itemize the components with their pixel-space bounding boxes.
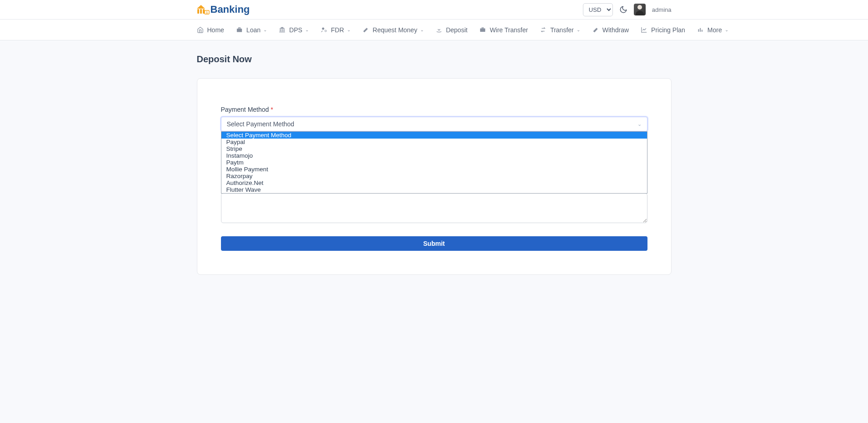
nav-pricing-plan[interactable]: Pricing Plan — [641, 26, 685, 34]
nav-label: FDR — [331, 26, 344, 34]
dropdown-option[interactable]: Authorize.Net — [221, 179, 647, 186]
page-title: Deposit Now — [197, 54, 672, 65]
nav-label: Home — [207, 26, 224, 34]
nav-label: DPS — [289, 26, 302, 34]
user-gear-icon — [321, 26, 327, 33]
dropdown-option[interactable]: Stripe — [221, 145, 647, 152]
svg-rect-0 — [197, 9, 199, 14]
currency-select[interactable]: USD — [583, 3, 613, 16]
pen-icon — [362, 26, 369, 33]
svg-rect-1 — [200, 9, 202, 14]
nav-deposit[interactable]: Deposit — [436, 26, 467, 34]
brand-name: Banking — [211, 4, 250, 15]
svg-point-13 — [322, 28, 324, 30]
bank-building-icon: $ — [197, 4, 210, 15]
nav-label: Deposit — [446, 26, 467, 34]
chevron-down-icon: ⌄ — [725, 27, 728, 32]
svg-rect-9 — [280, 29, 281, 32]
chevron-down-icon: ⌄ — [347, 27, 351, 32]
nav-more[interactable]: More ⌄ — [697, 26, 728, 34]
chevron-down-icon: ⌄ — [637, 121, 642, 127]
username-label: admina — [652, 6, 672, 13]
svg-text:$: $ — [206, 11, 208, 14]
svg-rect-16 — [482, 28, 484, 29]
nav-dps[interactable]: DPS ⌄ — [279, 26, 309, 34]
nav-home[interactable]: Home — [197, 26, 224, 34]
deposit-card: Payment Method * Select Payment Method ⌄… — [197, 78, 672, 275]
details-textarea[interactable] — [221, 193, 647, 223]
chevron-down-icon: ⌄ — [305, 27, 309, 32]
svg-rect-7 — [238, 28, 240, 29]
svg-rect-18 — [700, 28, 701, 32]
svg-rect-6 — [237, 29, 242, 32]
svg-rect-19 — [702, 30, 702, 32]
dropdown-option[interactable]: Select Payment Method — [221, 132, 647, 139]
nav-label: Loan — [246, 26, 261, 34]
withdraw-icon — [592, 26, 599, 33]
dropdown-option[interactable]: Paytm — [221, 159, 647, 166]
svg-rect-12 — [279, 32, 285, 32]
selected-value: Select Payment Method — [227, 120, 295, 128]
nav-loan[interactable]: Loan ⌄ — [236, 26, 267, 34]
deposit-icon — [436, 26, 442, 33]
svg-rect-11 — [284, 29, 285, 32]
nav-transfer[interactable]: Transfer ⌄ — [540, 26, 580, 34]
nav-label: Request Money — [373, 26, 417, 34]
dropdown-option[interactable]: Mollie Payment — [221, 166, 647, 173]
chevron-down-icon: ⌄ — [420, 27, 424, 32]
bank-icon — [279, 26, 286, 33]
nav-wire-transfer[interactable]: Wire Transfer — [479, 26, 528, 34]
home-icon — [197, 26, 204, 33]
top-header: $ Banking USD admina — [0, 0, 868, 20]
theme-toggle-icon[interactable] — [619, 5, 627, 14]
wire-icon — [479, 26, 486, 33]
nav-label: Transfer — [550, 26, 574, 34]
nav-label: Withdraw — [602, 26, 629, 34]
nav-withdraw[interactable]: Withdraw — [592, 26, 629, 34]
main-nav: Home Loan ⌄ DPS ⌄ FDR ⌄ Re — [0, 20, 868, 40]
nav-label: More — [707, 26, 722, 34]
avatar[interactable] — [634, 4, 646, 15]
briefcase-icon — [236, 26, 243, 33]
svg-rect-10 — [282, 29, 283, 32]
nav-label: Wire Transfer — [490, 26, 528, 34]
swap-icon — [540, 26, 547, 33]
chevron-down-icon: ⌄ — [263, 27, 267, 32]
dropdown-option[interactable]: Paypal — [221, 139, 647, 145]
dropdown-option[interactable]: Razorpay — [221, 173, 647, 179]
bars-icon — [697, 26, 704, 33]
chart-icon — [641, 26, 647, 33]
payment-method-select[interactable]: Select Payment Method ⌄ — [221, 117, 647, 131]
nav-fdr[interactable]: FDR ⌄ — [321, 26, 351, 34]
nav-label: Pricing Plan — [651, 26, 685, 34]
svg-point-14 — [325, 30, 326, 32]
svg-marker-8 — [279, 27, 285, 29]
dropdown-option[interactable]: Instamojo — [221, 152, 647, 159]
payment-method-label: Payment Method * — [221, 106, 647, 113]
submit-button[interactable]: Submit — [221, 236, 647, 251]
payment-method-dropdown: Select Payment Method Paypal Stripe Inst… — [221, 131, 647, 194]
chevron-down-icon: ⌄ — [577, 27, 580, 32]
brand-logo[interactable]: $ Banking — [197, 4, 250, 15]
svg-rect-17 — [698, 29, 699, 32]
dropdown-option[interactable]: Flutter Wave — [221, 186, 647, 193]
svg-rect-15 — [480, 28, 485, 32]
svg-marker-3 — [197, 5, 205, 9]
nav-request-money[interactable]: Request Money ⌄ — [362, 26, 424, 34]
